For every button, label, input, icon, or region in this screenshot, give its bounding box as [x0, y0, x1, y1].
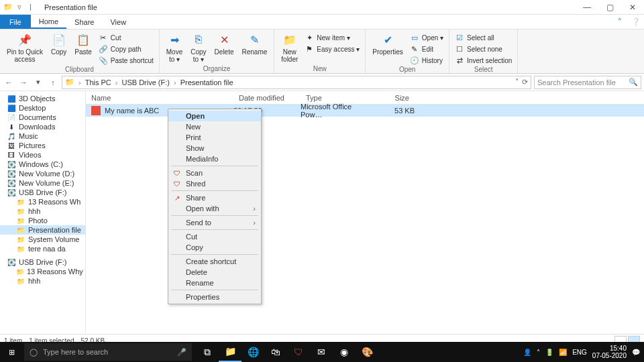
back-button[interactable]: ←: [3, 76, 15, 88]
new-folder-button[interactable]: 📁New folder: [278, 31, 301, 64]
context-item[interactable]: ↗Share: [168, 192, 261, 203]
nav-item[interactable]: 📁13 Reasons Why: [0, 267, 85, 276]
copy-path-button[interactable]: 🔗Copy path: [97, 44, 155, 54]
help-icon[interactable]: ❔: [628, 15, 644, 29]
file-explorer-icon[interactable]: 📁: [219, 342, 241, 362]
context-item[interactable]: Show: [168, 143, 261, 154]
battery-icon[interactable]: 🔋: [545, 349, 553, 356]
nav-item[interactable]: 📁hhh: [0, 276, 85, 286]
paint-icon[interactable]: 🎨: [356, 342, 378, 362]
ribbon-minimize-icon[interactable]: ˄: [612, 15, 628, 29]
language-indicator[interactable]: ENG: [572, 349, 587, 356]
delete-button[interactable]: ✕Delete: [212, 31, 237, 57]
mic-icon[interactable]: 🎤: [177, 348, 186, 357]
nav-item[interactable]: 💽USB Drive (F:): [0, 257, 85, 267]
context-item[interactable]: Properties: [168, 292, 261, 302]
share-tab[interactable]: Share: [66, 15, 102, 29]
nav-item[interactable]: 🖼Pictures: [0, 141, 85, 150]
col-type[interactable]: Type: [301, 94, 374, 102]
home-tab[interactable]: Home: [31, 15, 66, 29]
properties-button[interactable]: ✔Properties: [370, 31, 406, 57]
mcafee-icon[interactable]: 🛡: [287, 342, 310, 362]
cut-button[interactable]: ✂Cut: [97, 32, 155, 43]
paste-button[interactable]: 📋Paste: [72, 31, 95, 57]
qat-dropdown-icon[interactable]: ▿: [17, 3, 27, 12]
refresh-icon[interactable]: ⟳: [522, 78, 528, 86]
context-item[interactable]: 🛡Scan: [168, 168, 261, 178]
tray-chevron-icon[interactable]: ˄: [537, 349, 540, 356]
context-menu[interactable]: OpenNewPrintShowMediaInfo🛡Scan🛡Shred↗Sha…: [168, 109, 262, 304]
view-tab[interactable]: View: [102, 15, 134, 29]
nav-item[interactable]: 📁tere naa da: [0, 244, 85, 253]
maximize-button[interactable]: ▢: [598, 0, 621, 15]
context-item[interactable]: Open with›: [168, 203, 261, 214]
taskbar-search[interactable]: ◯ Type here to search 🎤: [24, 343, 192, 361]
recent-locations-button[interactable]: ▾: [32, 76, 44, 88]
context-item[interactable]: Copy: [168, 242, 261, 253]
nav-item[interactable]: 📁System Volume: [0, 235, 85, 244]
history-button[interactable]: 🕘History: [409, 55, 445, 66]
context-item[interactable]: Delete: [168, 267, 261, 278]
nav-item[interactable]: 📁13 Reasons Wh: [0, 197, 85, 206]
select-none-button[interactable]: ☐Select none: [453, 44, 513, 54]
copy-button[interactable]: 📄Copy: [48, 31, 69, 57]
nav-item[interactable]: 💽USB Drive (F:): [0, 188, 85, 197]
pin-to-quick-access-button[interactable]: 📌Pin to Quick access: [4, 31, 46, 64]
nav-item[interactable]: 💽New Volume (D:): [0, 169, 85, 178]
move-to-button[interactable]: ➡Move to ▾: [164, 31, 185, 64]
action-center-icon[interactable]: 💬: [632, 349, 640, 356]
start-button[interactable]: ⊞: [0, 348, 23, 357]
nav-item[interactable]: 📁Presentation file: [0, 225, 85, 235]
edge-icon[interactable]: 🌐: [241, 342, 264, 362]
invert-selection-button[interactable]: ⇄Invert selection: [453, 55, 513, 66]
context-item[interactable]: Rename: [168, 278, 261, 288]
store-icon[interactable]: 🛍: [264, 342, 287, 362]
navigation-pane[interactable]: 🟦3D Objects🟦Desktop📄Documents⬇Downloads🎵…: [0, 91, 86, 334]
context-item[interactable]: Cut: [168, 231, 261, 242]
col-name[interactable]: Name: [86, 94, 233, 102]
nav-item[interactable]: 📁hhh: [0, 206, 85, 216]
context-item[interactable]: Send to›: [168, 217, 261, 228]
up-button[interactable]: ↑: [47, 76, 59, 88]
nav-item[interactable]: 📁Photo: [0, 216, 85, 225]
nav-item[interactable]: 🎵Music: [0, 131, 85, 141]
nav-item[interactable]: 🎞Videos: [0, 150, 85, 160]
wifi-icon[interactable]: 📶: [559, 349, 567, 356]
select-all-button[interactable]: ☑Select all: [453, 32, 513, 43]
context-item[interactable]: New: [168, 121, 261, 132]
rename-button[interactable]: ✎Rename: [239, 31, 270, 57]
nav-item[interactable]: 💽New Volume (E:): [0, 178, 85, 188]
file-tab[interactable]: File: [0, 15, 31, 29]
close-button[interactable]: ✕: [621, 0, 644, 15]
nav-item[interactable]: 🟦Desktop: [0, 103, 85, 113]
nav-item[interactable]: 📄Documents: [0, 113, 85, 122]
mail-icon[interactable]: ✉: [310, 342, 333, 362]
task-view-button[interactable]: ⧉: [196, 342, 219, 362]
crumb[interactable]: USB Drive (F:): [121, 78, 170, 86]
col-date[interactable]: Date modified: [233, 94, 301, 102]
forward-button[interactable]: →: [17, 76, 30, 88]
address-dropdown-icon[interactable]: ˅: [515, 78, 519, 86]
nav-item[interactable]: 💽Windows (C:): [0, 160, 85, 169]
context-item[interactable]: 🛡Shred: [168, 178, 261, 189]
col-size[interactable]: Size: [374, 94, 415, 102]
address-breadcrumb[interactable]: 📁 › This PC › USB Drive (F:) › Presentat…: [62, 76, 531, 89]
crumb[interactable]: This PC: [85, 78, 111, 86]
minimize-button[interactable]: —: [576, 0, 598, 15]
clock[interactable]: 15:40 07-05-2020: [592, 345, 627, 359]
context-item[interactable]: Open: [168, 111, 261, 121]
easy-access-button[interactable]: ⚑Easy access ▾: [303, 44, 361, 54]
paste-shortcut-button[interactable]: 📎Paste shortcut: [97, 55, 155, 66]
context-item[interactable]: MediaInfo: [168, 154, 261, 164]
chrome-icon[interactable]: ◉: [333, 342, 356, 362]
crumb[interactable]: Presentation file: [180, 78, 233, 86]
nav-item[interactable]: 🟦3D Objects: [0, 94, 85, 103]
copy-to-button[interactable]: ⎘Copy to ▾: [188, 31, 209, 64]
search-input[interactable]: Search Presentation file 🔍: [534, 76, 641, 89]
new-item-button[interactable]: ✦New item ▾: [303, 32, 361, 43]
edit-button[interactable]: ✎Edit: [409, 44, 445, 54]
nav-item[interactable]: ⬇Downloads: [0, 122, 85, 131]
context-item[interactable]: Print: [168, 132, 261, 143]
context-item[interactable]: Create shortcut: [168, 256, 261, 267]
open-button[interactable]: ▭Open ▾: [409, 32, 445, 43]
